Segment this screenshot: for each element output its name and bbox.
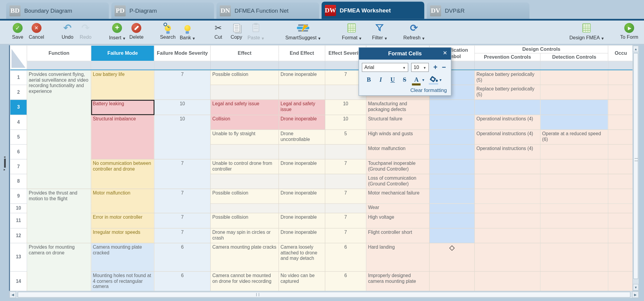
italic-button[interactable]: I — [377, 77, 385, 83]
cell-occurrence[interactable] — [608, 174, 633, 189]
cell-occurrence[interactable] — [608, 204, 633, 213]
select-all-corner[interactable] — [10, 45, 27, 69]
cell-prevention[interactable] — [475, 228, 540, 243]
copy-button[interactable]: Copy — [229, 23, 243, 40]
smartsuggest-button[interactable]: SmartSuggest — [285, 23, 320, 41]
cell-detection[interactable] — [540, 159, 608, 174]
cell-cause[interactable]: Wear — [366, 204, 429, 213]
header-failure-mode-severity[interactable]: Failure Mode Severity — [154, 45, 210, 61]
tab-dfmea-worksheet[interactable]: DW DFMEA Worksheet — [322, 2, 424, 19]
underline-button[interactable]: U — [389, 77, 397, 83]
cell-end-effect[interactable]: Camera loosely attached to drone and may… — [279, 243, 325, 272]
header-end-effect[interactable]: End Effect — [279, 45, 325, 61]
cell-failure-mode[interactable]: Structural imbalance — [91, 115, 154, 159]
cell-effect-severity[interactable]: 7 — [325, 213, 366, 228]
refresh-button[interactable]: ⟳ Refresh — [403, 23, 424, 41]
header-occurrence[interactable]: Occu — [608, 45, 633, 61]
filter-cell[interactable] — [279, 61, 325, 69]
cell-prevention[interactable] — [475, 174, 540, 189]
cell-classification[interactable] — [429, 174, 474, 189]
cell-cause[interactable]: Manufacturing and packaging defects — [366, 100, 429, 115]
cell-cause[interactable]: Structural failure — [366, 115, 429, 130]
header-failure-mode[interactable]: Failure Mode — [91, 45, 154, 61]
cell-end-effect[interactable] — [279, 85, 325, 100]
to-form-button[interactable]: To Form — [620, 23, 638, 41]
decrease-font-button[interactable]: − — [442, 64, 446, 71]
cell-effect[interactable]: Camera mounting plate cracks — [210, 243, 278, 272]
chevron-down-icon[interactable] — [440, 76, 442, 83]
cell-cause[interactable]: High voltage — [366, 213, 429, 228]
cell-failure-mode-selected[interactable]: Battery leaking — [91, 100, 154, 115]
delete-button[interactable]: Delete — [129, 23, 144, 40]
cell-effect-severity[interactable]: 10 — [325, 115, 366, 130]
header-function[interactable]: Function — [27, 45, 91, 61]
cell-function[interactable]: Provides convenient flying, aerial surve… — [27, 70, 91, 189]
cell-prevention[interactable] — [475, 213, 540, 228]
close-icon[interactable]: ✕ — [443, 50, 447, 56]
cell-detection[interactable] — [540, 213, 608, 228]
cell-classification[interactable] — [429, 159, 474, 174]
cell-cause[interactable]: Motor mechanical failure — [366, 189, 429, 204]
cell-effect[interactable]: Possible collision — [210, 213, 278, 228]
cell-classification[interactable] — [429, 213, 474, 228]
header-prevention-controls[interactable]: Prevention Controls — [475, 53, 540, 61]
cell-prevention[interactable]: Replace battery periodically (5) — [475, 85, 540, 100]
cell-occurrence[interactable] — [608, 213, 633, 228]
cell-fm-severity[interactable]: 7 — [154, 70, 210, 100]
filter-cell[interactable] — [210, 61, 278, 69]
cell-cause[interactable]: Touchpanel inoperable (Ground Controller… — [366, 159, 429, 174]
cell-end-effect[interactable]: Drone inoperable — [279, 228, 325, 243]
font-size-select[interactable]: 10 — [411, 63, 429, 72]
cell-failure-mode[interactable]: No communication between controller and … — [91, 159, 154, 189]
cell-classification[interactable] — [429, 115, 474, 130]
cell-occurrence[interactable] — [608, 228, 633, 243]
header-design-controls[interactable]: Design Controls — [475, 45, 608, 53]
cell-occurrence[interactable] — [608, 243, 633, 272]
bank-button[interactable]: Bank — [180, 23, 195, 41]
cell-detection[interactable] — [540, 100, 608, 115]
save-button[interactable]: Save — [11, 23, 24, 40]
cell-occurrence[interactable] — [608, 144, 633, 159]
cell-effect[interactable] — [210, 85, 278, 100]
bold-button[interactable]: B — [365, 77, 373, 83]
cell-end-effect[interactable] — [279, 204, 325, 213]
cut-button[interactable]: ✂ Cut — [211, 23, 225, 40]
cell-occurrence[interactable] — [608, 70, 633, 85]
vertical-scroll-thumb[interactable] — [633, 53, 638, 279]
header-detection-controls[interactable]: Detection Controls — [540, 53, 608, 61]
cell-effect[interactable] — [210, 174, 278, 189]
cell-failure-mode[interactable]: Mounting holes not found at 4 corners of… — [91, 271, 154, 291]
cell-effect[interactable]: Camera cannot be mounted on drone for vi… — [210, 271, 278, 291]
cell-effect-severity[interactable]: 6 — [325, 271, 366, 291]
row-number[interactable]: 3 — [10, 100, 27, 115]
row-number[interactable]: 13 — [10, 243, 27, 272]
cell-classification[interactable] — [429, 228, 474, 243]
cell-effect-severity[interactable]: 7 — [325, 159, 366, 174]
tab-dvpr[interactable]: DV DVP&R — [427, 2, 529, 19]
cell-occurrence[interactable] — [608, 100, 633, 115]
row-number[interactable]: 7 — [10, 159, 27, 174]
cell-failure-mode[interactable]: Low battery life — [91, 70, 154, 100]
cell-effect[interactable]: Possible collision — [210, 70, 278, 85]
header-effect[interactable]: Effect — [210, 45, 278, 61]
cell-end-effect[interactable]: Drone uncontrollable — [279, 130, 325, 145]
cell-fm-severity[interactable]: 10 — [154, 100, 210, 115]
cell-effect-severity[interactable]: 7 — [325, 228, 366, 243]
filter-button[interactable]: Filter — [372, 23, 387, 41]
increase-font-button[interactable]: + — [433, 64, 437, 71]
row-number[interactable]: 8 — [10, 174, 27, 189]
cell-end-effect[interactable]: No video can be captured — [279, 271, 325, 291]
row-number[interactable]: 10 — [10, 204, 27, 213]
filter-cell[interactable] — [540, 61, 608, 69]
row-number[interactable]: 4 — [10, 115, 27, 130]
row-number[interactable]: 1 — [10, 70, 27, 85]
cell-prevention[interactable]: Operational instructions (4) — [475, 144, 540, 159]
cell-detection[interactable] — [540, 85, 608, 100]
cell-detection[interactable] — [540, 115, 608, 130]
row-number[interactable]: 12 — [10, 228, 27, 243]
tab-dfmea-function-net[interactable]: DN DFMEA Function Net — [216, 2, 319, 19]
cell-classification[interactable] — [429, 144, 474, 159]
clear-formatting-link[interactable]: Clear formatting — [359, 87, 447, 93]
cell-effect[interactable] — [210, 204, 278, 213]
cell-effect[interactable]: Collision — [210, 115, 278, 130]
